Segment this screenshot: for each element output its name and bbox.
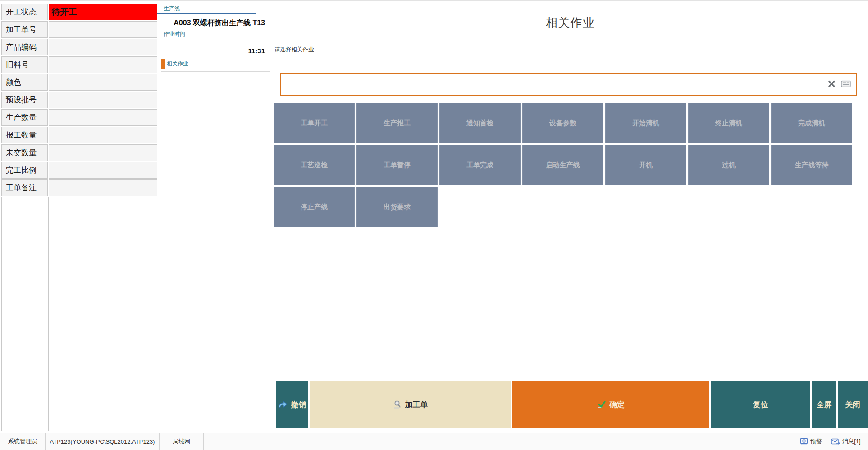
field-value: [49, 109, 157, 126]
field-label: 工单备注: [1, 179, 48, 196]
action-button[interactable]: 设备参数: [522, 103, 603, 143]
field-row: 工单备注: [1, 179, 157, 196]
field-row: 颜色: [1, 74, 157, 91]
barcode-search-box: [280, 73, 857, 96]
action-button[interactable]: 工单暂停: [356, 145, 438, 185]
status-connection: ATP123(YOUNG-PC\SQL2012:ATP123): [46, 433, 160, 450]
action-button[interactable]: 停止产线: [274, 187, 355, 227]
close-button[interactable]: 关闭: [838, 381, 868, 428]
field-label: 生产数量: [1, 109, 48, 126]
action-button[interactable]: 过机: [688, 145, 769, 185]
field-label: 未交数量: [1, 144, 48, 161]
status-network: 局域网: [160, 433, 204, 450]
grid-line: [1, 197, 2, 431]
alert-label: 预警: [810, 437, 822, 445]
action-button[interactable]: 启动生产线: [522, 145, 603, 185]
action-button[interactable]: 出货要求: [356, 187, 438, 227]
action-grid-row: 工艺巡检工单暂停工单完成启动生产线开机过机生产线等待: [274, 145, 852, 185]
workorder-button[interactable]: 加工单: [310, 381, 511, 428]
grid-line: [157, 197, 157, 431]
action-button[interactable]: 生产线等待: [771, 145, 852, 185]
production-line-value: A003 双螺杆挤出生产线 T13: [161, 18, 270, 28]
status-empty-cell: [204, 433, 282, 450]
action-button[interactable]: 开始清机: [605, 103, 686, 143]
field-value: [49, 39, 157, 55]
field-value: [49, 56, 157, 73]
keyboard-icon[interactable]: [841, 80, 851, 89]
field-label: 完工比例: [1, 162, 48, 179]
workorder-label: 加工单: [405, 399, 428, 410]
field-label: 产品编码: [1, 39, 48, 55]
production-line-panel: 生产线 A003 双螺杆挤出生产线 T13 作业时间 11:31 相关作业: [161, 3, 270, 69]
field-label: 旧料号: [1, 56, 48, 73]
work-time-label: 作业时间: [161, 28, 270, 38]
field-value: [49, 144, 157, 161]
field-row: 报工数量: [1, 127, 157, 143]
status-bar: 系统管理员 ATP123(YOUNG-PC\SQL2012:ATP123) 局域…: [0, 433, 868, 450]
messages-label: 消息[1]: [842, 437, 860, 445]
field-label: 加工单号: [1, 21, 48, 38]
field-row: 生产数量: [1, 109, 157, 126]
undo-label: 撤销: [291, 399, 306, 410]
field-label: 颜色: [1, 74, 48, 91]
action-button[interactable]: 开机: [605, 145, 686, 185]
tab-underline: [157, 13, 256, 14]
action-button[interactable]: 通知首检: [439, 103, 521, 143]
field-value: [49, 179, 157, 196]
check-icon: [597, 400, 606, 409]
reset-label: 复位: [753, 399, 768, 410]
field-label: 预设批号: [1, 92, 48, 108]
fullscreen-label: 全屏: [817, 399, 832, 410]
selection-hint: 请选择相关作业: [274, 46, 314, 54]
page-title: 相关作业: [273, 15, 868, 31]
message-envelope-icon: [831, 438, 840, 445]
selected-marker-icon: [161, 59, 165, 69]
nav-item-label: 相关作业: [167, 60, 188, 68]
field-row: 旧料号: [1, 56, 157, 73]
panel-divider: [161, 71, 270, 72]
undo-button[interactable]: 撤销: [276, 381, 308, 428]
field-value: [49, 74, 157, 91]
action-grid: 工单开工生产报工通知首检设备参数开始清机终止清机完成清机工艺巡检工单暂停工单完成…: [274, 103, 852, 227]
footer-action-bar: 撤销 加工单 确定 复位 全屏 关闭: [276, 381, 868, 428]
undo-arrow-icon: [278, 400, 288, 409]
clear-icon[interactable]: [828, 80, 836, 89]
field-row: 完工比例: [1, 162, 157, 179]
work-time-value: 11:31: [161, 47, 270, 55]
field-label: 开工状态: [1, 4, 48, 20]
action-grid-row: 停止产线出货要求: [274, 187, 852, 227]
field-row: 产品编码: [1, 39, 157, 55]
field-row: 预设批号: [1, 92, 157, 108]
sidebar-rows: 开工状态待开工加工单号产品编码旧料号颜色预设批号生产数量报工数量未交数量完工比例…: [1, 4, 157, 196]
action-button[interactable]: 工单开工: [274, 103, 355, 143]
action-button[interactable]: 生产报工: [356, 103, 438, 143]
field-row: 未交数量: [1, 144, 157, 161]
field-label: 报工数量: [1, 127, 48, 143]
alert-monitor-icon: [800, 438, 808, 445]
field-value: 待开工: [49, 4, 157, 20]
confirm-button[interactable]: 确定: [512, 381, 709, 428]
grid-line: [48, 197, 49, 431]
action-button[interactable]: 工艺巡检: [274, 145, 355, 185]
nav-item-related-jobs[interactable]: 相关作业: [161, 59, 270, 69]
status-empty-cell: [282, 433, 798, 450]
field-value: [49, 21, 157, 38]
fullscreen-button[interactable]: 全屏: [812, 381, 836, 428]
production-line-label: 生产线: [161, 3, 270, 13]
status-messages[interactable]: 消息[1]: [824, 433, 868, 450]
field-value: [49, 162, 157, 179]
field-value: [49, 92, 157, 108]
field-row: 加工单号: [1, 21, 157, 38]
action-button[interactable]: 工单完成: [439, 145, 521, 185]
magnifier-icon: [393, 400, 402, 409]
action-grid-row: 工单开工生产报工通知首检设备参数开始清机终止清机完成清机: [274, 103, 852, 143]
reset-button[interactable]: 复位: [711, 381, 810, 428]
action-button[interactable]: 终止清机: [688, 103, 769, 143]
confirm-label: 确定: [609, 399, 625, 410]
close-label: 关闭: [845, 399, 860, 410]
action-button[interactable]: 完成清机: [771, 103, 852, 143]
status-user: 系统管理员: [0, 433, 46, 450]
panel-divider: [256, 14, 508, 14]
status-alert[interactable]: 预警: [798, 433, 824, 450]
search-input[interactable]: [284, 75, 816, 94]
